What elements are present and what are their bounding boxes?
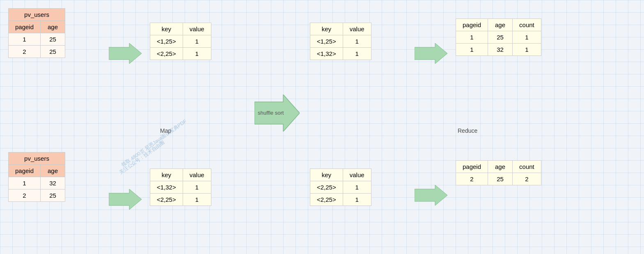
top-pv-header-pageid: pageid	[9, 21, 41, 33]
bottom-shuffle-row1-val: 1	[343, 181, 371, 194]
top-pv-users-table: pv_users pageid age 1 25 2 25	[8, 8, 65, 58]
bottom-shuffle-row1-key: <2,25>	[310, 181, 343, 194]
top-reduce-row1-count: 1	[513, 31, 541, 44]
top-pv-users-title: pv_users	[9, 9, 65, 21]
top-map-row2-key: <2,25>	[150, 48, 183, 60]
bottom-reduce-row1-count: 2	[513, 173, 541, 185]
bottom-reduce-header-count: count	[513, 161, 541, 173]
bottom-shuffle-row2-val: 1	[343, 194, 371, 206]
top-shuffle-table: key value <1,25> 1 <1,32> 1	[310, 23, 371, 60]
bottom-map-header-value: value	[183, 169, 211, 181]
bottom-map-row2-key: <2,25>	[150, 194, 183, 206]
top-reduce-table: pageid age count 1 25 1 1 32 1	[456, 18, 541, 56]
bottom-reduce-row1-pageid: 2	[456, 173, 488, 185]
bottom-pv-header-pageid: pageid	[9, 165, 41, 177]
arrow-top-map	[109, 43, 142, 64]
bottom-reduce-table: pageid age count 2 25 2	[456, 160, 541, 185]
top-map-table: key value <1,25> 1 <2,25> 1	[150, 23, 211, 60]
top-shuffle-row1-val: 1	[343, 35, 371, 48]
reduce-label: Reduce	[458, 127, 477, 134]
top-reduce-row2-count: 1	[513, 44, 541, 56]
top-shuffle-header-value: value	[343, 23, 371, 35]
arrow-bottom-map	[109, 189, 142, 210]
bottom-pv-row1-col2: 32	[41, 177, 65, 189]
bottom-shuffle-row2-key: <2,25>	[310, 194, 343, 206]
bottom-map-row1-val: 1	[183, 181, 211, 194]
top-shuffle-row2-val: 1	[343, 48, 371, 60]
bottom-reduce-header-pageid: pageid	[456, 161, 488, 173]
top-pv-row2-col2: 25	[41, 46, 65, 58]
arrow-bottom-reduce	[415, 185, 447, 206]
svg-marker-3	[109, 189, 142, 210]
bottom-shuffle-header-value: value	[343, 169, 371, 181]
top-pv-row2-col1: 2	[9, 46, 41, 58]
bottom-pv-row2-col1: 2	[9, 189, 41, 202]
arrow-top-reduce	[415, 43, 447, 64]
bottom-pv-header-age: age	[41, 165, 65, 177]
top-reduce-row1-pageid: 1	[456, 31, 488, 44]
bottom-pv-users-title: pv_users	[9, 152, 65, 165]
diagram-container: pv_users pageid age 1 25 2 25 key value …	[0, 0, 644, 254]
bottom-map-header-key: key	[150, 169, 183, 181]
shuffle-sort-label: shuffle sort	[258, 110, 284, 116]
bottom-pv-users-table: pv_users pageid age 1 32 2 25	[8, 152, 65, 202]
top-reduce-header-age: age	[488, 19, 513, 31]
bottom-map-table: key value <1,32> 1 <2,25> 1	[150, 169, 211, 206]
top-reduce-header-count: count	[513, 19, 541, 31]
svg-marker-2	[415, 43, 447, 64]
svg-marker-0	[109, 43, 142, 64]
bottom-map-row2-val: 1	[183, 194, 211, 206]
bottom-map-row1-key: <1,32>	[150, 181, 183, 194]
top-shuffle-header-key: key	[310, 23, 343, 35]
top-reduce-row2-age: 32	[488, 44, 513, 56]
top-reduce-header-pageid: pageid	[456, 19, 488, 31]
bottom-reduce-row1-age: 25	[488, 173, 513, 185]
top-reduce-row1-age: 25	[488, 31, 513, 44]
svg-marker-4	[415, 185, 447, 206]
bottom-pv-row2-col2: 25	[41, 189, 65, 202]
top-map-row1-key: <1,25>	[150, 35, 183, 48]
top-pv-row1-col1: 1	[9, 33, 41, 46]
map-label-top: Map	[160, 127, 171, 134]
bottom-pv-row1-col1: 1	[9, 177, 41, 189]
top-pv-row1-col2: 25	[41, 33, 65, 46]
top-reduce-row2-pageid: 1	[456, 44, 488, 56]
bottom-shuffle-header-key: key	[310, 169, 343, 181]
top-map-row1-val: 1	[183, 35, 211, 48]
bottom-shuffle-table: key value <2,25> 1 <2,25> 1	[310, 169, 371, 206]
watermark-line1: 领取 4800页 尼恩Java面试宝典PDF	[120, 118, 188, 169]
top-map-header-key: key	[150, 23, 183, 35]
top-shuffle-row1-key: <1,25>	[310, 35, 343, 48]
top-map-header-value: value	[183, 23, 211, 35]
top-pv-header-age: age	[41, 21, 65, 33]
top-map-row2-val: 1	[183, 48, 211, 60]
top-shuffle-row2-key: <1,32>	[310, 48, 343, 60]
bottom-reduce-header-age: age	[488, 161, 513, 173]
